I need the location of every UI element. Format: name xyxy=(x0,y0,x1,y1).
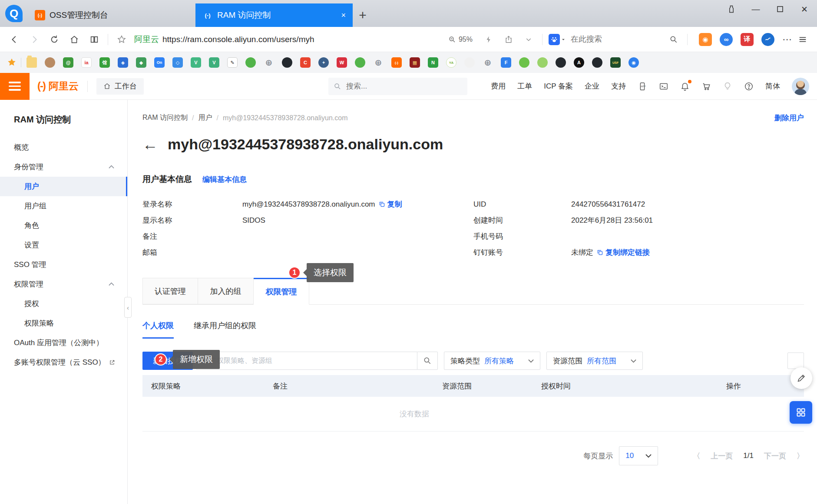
browser-logo[interactable]: Q xyxy=(0,0,28,27)
language-selector[interactable]: 简体 xyxy=(765,81,780,91)
filter-input[interactable] xyxy=(196,352,417,370)
bookmark-favicon[interactable]: On xyxy=(154,57,165,68)
translate-icon[interactable]: 译 xyxy=(741,33,754,46)
console-menu-button[interactable] xyxy=(0,73,30,100)
per-page-select[interactable]: 10 xyxy=(619,446,658,465)
bookmark-favicon[interactable] xyxy=(45,57,55,68)
bookmark-favicon[interactable]: C xyxy=(300,57,311,68)
breadcrumb-users[interactable]: 用户 xyxy=(198,113,212,122)
url-text[interactable]: https://ram.console.aliyun.com/users/myh xyxy=(162,35,314,44)
sidebar-item-sso[interactable]: SSO 管理 xyxy=(0,255,127,274)
bookmark-favicon[interactable]: 馆 xyxy=(99,57,110,68)
bookmark-favicon[interactable]: ▦ xyxy=(410,57,420,68)
sidebar-item-cloudsso[interactable]: 多账号权限管理（云 SSO） xyxy=(0,352,127,372)
nav-tickets[interactable]: 工单 xyxy=(517,81,532,91)
bookmark-favicon[interactable]: V xyxy=(191,57,201,68)
next-page-chevron[interactable]: 〉 xyxy=(797,451,804,461)
feedback-pencil-button[interactable] xyxy=(791,367,812,389)
terminal-icon[interactable] xyxy=(659,82,668,91)
home-icon[interactable] xyxy=(64,30,84,49)
help-icon[interactable] xyxy=(744,82,754,91)
bookmark-favicon[interactable] xyxy=(556,57,566,68)
resource-scope-select[interactable]: 资源范围 所有范围 xyxy=(546,352,643,370)
close-tab-icon[interactable]: × xyxy=(341,11,346,20)
browser-tab-oss[interactable]: (-) OSS管理控制台 xyxy=(28,3,195,27)
bookmark-favicon[interactable] xyxy=(245,57,256,68)
nav-billing[interactable]: 费用 xyxy=(491,81,506,91)
bookmark-favicon[interactable] xyxy=(26,57,37,68)
console-search[interactable] xyxy=(328,78,467,95)
share-icon[interactable] xyxy=(499,30,519,49)
bookmark-favicon[interactable]: ⊕ xyxy=(483,57,493,68)
chevron-down-icon[interactable] xyxy=(519,30,539,49)
edit-basic-info-link[interactable]: 编辑基本信息 xyxy=(202,175,247,184)
sidebar-item-permissions[interactable]: 权限管理 xyxy=(0,274,127,294)
sidebar-item-settings[interactable]: 设置 xyxy=(0,235,127,255)
maximize-button[interactable] xyxy=(774,3,787,16)
bookmark-favicon[interactable]: A xyxy=(574,57,584,68)
policy-type-select[interactable]: 策略类型 所有策略 xyxy=(444,352,540,370)
copy-link[interactable]: 复制 xyxy=(379,199,402,209)
sidebar-item-roles[interactable]: 角色 xyxy=(0,216,127,235)
new-tab-button[interactable]: + xyxy=(353,3,373,27)
bookmark-favicon[interactable] xyxy=(519,57,529,68)
bookmark-favicon[interactable]: ia xyxy=(81,57,92,68)
minimize-button[interactable]: — xyxy=(749,3,762,16)
bookmark-favicon[interactable]: ◆ xyxy=(136,57,146,68)
notification-bell-icon[interactable] xyxy=(680,82,690,91)
subtab-inherited[interactable]: 继承用户组的权限 xyxy=(194,320,256,339)
baidu-icon[interactable] xyxy=(549,34,560,45)
prev-page-chevron[interactable]: 〈 xyxy=(693,451,700,461)
bookmark-favicon[interactable]: ✎ xyxy=(227,57,238,68)
back-icon[interactable] xyxy=(4,30,24,49)
boss-key-icon[interactable] xyxy=(725,3,738,16)
bookmark-favicon[interactable] xyxy=(282,57,292,68)
wave-extension-icon[interactable] xyxy=(761,33,774,46)
lightbulb-icon[interactable] xyxy=(723,82,732,91)
aliyun-logo[interactable]: (-) 阿里云 xyxy=(37,79,79,93)
sidebar-item-user-groups[interactable]: 用户组 xyxy=(0,196,127,216)
bookmark-favicon[interactable]: (-) xyxy=(391,57,402,68)
bookmark-favicon[interactable]: ◉ xyxy=(628,57,639,68)
console-search-input[interactable] xyxy=(345,82,450,91)
sidebar-collapse-handle[interactable]: ‹ xyxy=(124,297,132,318)
reading-mode-icon[interactable] xyxy=(84,30,104,49)
bookmark-favicon[interactable]: USF xyxy=(610,57,621,68)
site-label[interactable]: 阿里云 xyxy=(134,34,159,45)
favorites-star-icon[interactable] xyxy=(7,58,17,67)
next-page-button[interactable]: 下一页 xyxy=(764,451,786,461)
zoom-control[interactable]: 95% xyxy=(448,36,473,43)
reload-icon[interactable] xyxy=(44,30,64,49)
bookmark-favicon[interactable]: ⊕ xyxy=(264,57,274,68)
game-center-icon[interactable]: ◉ xyxy=(699,33,712,46)
breadcrumb-ram[interactable]: RAM 访问控制 xyxy=(142,113,188,122)
forward-icon[interactable] xyxy=(24,30,44,49)
back-arrow-icon[interactable]: ← xyxy=(142,137,158,152)
bookmark-favicon[interactable] xyxy=(355,57,365,68)
sidebar-item-oauth[interactable]: OAuth 应用管理（公测中） xyxy=(0,333,127,352)
bookmark-star-icon[interactable] xyxy=(112,30,132,49)
bookmark-favicon[interactable] xyxy=(537,57,548,68)
bookmark-favicon[interactable]: ◇ xyxy=(172,57,183,68)
avatar[interactable] xyxy=(792,78,809,95)
bookmark-favicon[interactable]: V xyxy=(209,57,219,68)
workbench-button[interactable]: 工作台 xyxy=(96,78,144,95)
sidebar-item-policies[interactable]: 权限策略 xyxy=(0,313,127,333)
tab-authentication[interactable]: 认证管理 xyxy=(142,278,198,304)
bookmark-favicon[interactable]: ✦ xyxy=(318,57,329,68)
delete-user-button[interactable]: 删除用户 xyxy=(774,113,804,123)
copy-bind-link[interactable]: 复制绑定链接 xyxy=(597,247,650,257)
infinity-extension-icon[interactable]: ∞ xyxy=(720,33,733,46)
bookmark-favicon[interactable]: F xyxy=(501,57,511,68)
bookmark-favicon[interactable]: @ xyxy=(63,57,73,68)
sidebar-item-users[interactable]: 用户 xyxy=(0,177,127,196)
nav-enterprise[interactable]: 企业 xyxy=(585,81,599,91)
bookmark-favicon[interactable]: ⊕ xyxy=(373,57,384,68)
bookmark-favicon[interactable]: N xyxy=(428,57,438,68)
bookmark-favicon[interactable]: YA xyxy=(446,57,456,68)
prev-page-button[interactable]: 上一页 xyxy=(711,451,733,461)
more-icon[interactable]: ⋯ xyxy=(782,34,793,45)
browser-tab-ram[interactable]: (-) RAM 访问控制 × xyxy=(195,3,353,27)
tab-permissions[interactable]: 权限管理 xyxy=(254,278,309,305)
filter-search-button[interactable] xyxy=(417,352,438,370)
